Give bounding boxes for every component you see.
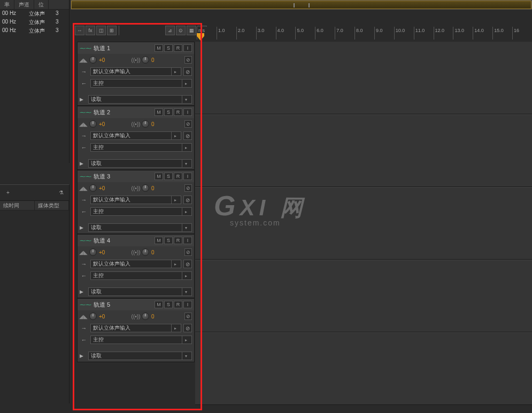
timeline-lanes [195,42,532,397]
tick: 11.0 [414,27,434,40]
tick: 4.0 [276,27,296,40]
tick: 2.0 [236,27,256,40]
filter-icon[interactable]: ⚗ [57,189,65,197]
add-icon[interactable]: + [4,189,12,197]
track-lane[interactable] [195,42,532,114]
file-row[interactable]: 00 Hz 立体声 3 [0,27,69,35]
time-ruler[interactable]: ms 1.0 2.0 3.0 4.0 5.0 6.0 7.0 8.0 9.0 1… [197,27,532,40]
col-channels[interactable]: 声道 [14,0,34,9]
tick: 16 [512,27,532,40]
highlight-box [73,23,202,410]
col-mediatype[interactable]: 媒体类型 [35,201,70,210]
col-duration[interactable]: 续时间 [0,201,35,210]
file-row[interactable]: 00 Hz 立体声 3 [0,10,69,18]
track-lane[interactable] [195,332,532,405]
tick: 1.0 [217,27,236,40]
files-panel: 率 声道 位 00 Hz 立体声 3 00 Hz 立体声 3 00 Hz 立体声… [0,0,70,163]
tick: 13.0 [453,27,473,40]
tick: 14.0 [473,27,492,40]
tick: 3.0 [256,27,276,40]
overview-range[interactable] [71,1,531,9]
col-bits[interactable]: 位 [34,0,49,9]
tick: 9.0 [374,27,394,40]
files-header: 率 声道 位 [0,0,69,10]
media-header: 续时间 媒体类型 [0,201,69,211]
tick: 15.0 [492,27,512,40]
track-lane[interactable] [195,260,532,332]
col-rate[interactable]: 率 [0,0,14,9]
tick: 6.0 [315,27,335,40]
tick: 7.0 [335,27,354,40]
media-panel: + ⚗ 续时间 媒体类型 [0,184,70,403]
tick: 10.0 [394,27,414,40]
track-lane[interactable] [195,187,532,260]
track-lane[interactable] [195,114,532,187]
media-toolbar: + ⚗ [0,185,69,201]
tick: 12.0 [434,27,453,40]
overview-handle-icon[interactable] [294,3,310,7]
tick: 5.0 [295,27,315,40]
overview-bar[interactable] [71,0,532,10]
file-row[interactable]: 00 Hz 立体声 3 [0,18,69,27]
tick: 8.0 [354,27,374,40]
